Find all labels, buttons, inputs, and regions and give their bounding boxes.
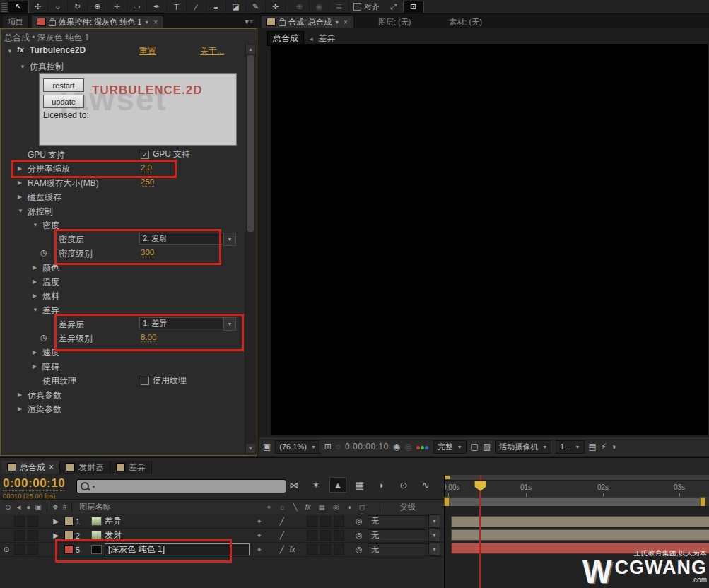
parent-pickwhip-icon[interactable]: ◎ — [356, 545, 363, 554]
layer-duration-bar[interactable] — [451, 529, 709, 541]
draft-3d-icon[interactable]: ✶ — [308, 478, 324, 492]
expand-arrow-icon[interactable]: ▶ — [18, 406, 22, 412]
expand-arrow-icon[interactable]: ▶ — [18, 392, 22, 398]
snap-toggle[interactable]: 对齐 — [353, 1, 380, 12]
selection-tool[interactable]: ↖ — [8, 1, 28, 13]
about-button[interactable]: 关于... — [200, 45, 224, 57]
expand-arrow-icon[interactable]: ▶ — [33, 278, 37, 285]
rotation-tool[interactable]: ↻ — [68, 1, 88, 13]
layer-switch-boxes[interactable] — [305, 516, 346, 527]
region-of-interest-icon[interactable]: ▢ — [471, 442, 479, 452]
tab-close-icon[interactable]: × — [153, 18, 158, 26]
channels-icon[interactable] — [416, 442, 429, 451]
layer-lock-cell[interactable] — [28, 516, 38, 527]
transparency-grid-icon[interactable]: ▨ — [483, 442, 491, 452]
property-checkbox-group[interactable]: 使用纹理 — [141, 375, 187, 387]
expand-arrow-icon[interactable]: ▼ — [33, 222, 38, 228]
timeline-timecode[interactable]: 0:00:00:10 — [3, 476, 65, 491]
frame-blend-icon[interactable]: ▦ — [352, 478, 368, 492]
brush-tool[interactable]: ∕ — [187, 1, 206, 13]
fx-switch-icon[interactable]: fx — [290, 546, 295, 553]
pen-tool[interactable]: ✒ — [147, 1, 167, 13]
expand-arrow-icon[interactable]: ▶ — [18, 194, 22, 200]
camera-select[interactable]: 活动摄像机▼ — [495, 440, 551, 454]
layer-switches[interactable]: ⌖╱ — [257, 531, 284, 540]
panel-menu-icon[interactable]: ▼≡ — [244, 18, 252, 25]
motion-blur-icon[interactable]: ◗ — [374, 478, 389, 492]
audio-icon[interactable]: ◄ — [15, 503, 22, 511]
clone-stamp-tool[interactable]: ≡ — [206, 1, 226, 13]
scrollbar-thumb[interactable] — [247, 55, 254, 232]
workspace-icon-2[interactable]: ◉ — [310, 1, 329, 13]
index-column-header[interactable]: # — [63, 503, 67, 511]
layer-eye-icon[interactable]: ⊙ — [0, 546, 13, 553]
label-column-icon[interactable]: ❖ — [52, 503, 59, 511]
effect-expand-arrow[interactable]: ▼ — [7, 48, 13, 54]
snap-options-icon[interactable]: ⤢ — [384, 1, 404, 13]
timeline-button-icon[interactable]: ▤ — [589, 442, 597, 452]
flowchart-button-icon[interactable]: ⚡ — [601, 442, 607, 452]
stopwatch-icon[interactable]: ◷ — [40, 248, 47, 257]
parent-pickwhip-icon[interactable]: ◎ — [356, 531, 363, 540]
switch-cell[interactable] — [320, 530, 331, 541]
layer-switches[interactable]: ⌖╱ — [257, 517, 284, 526]
show-snapshot-icon[interactable]: ◎ — [404, 442, 411, 452]
tab-layer[interactable]: 图层: (无) — [373, 16, 416, 28]
work-area-start-handle[interactable] — [444, 497, 450, 506]
current-time-indicator-line[interactable] — [479, 490, 481, 588]
motion-blur-switch-icon[interactable]: ◎ — [333, 503, 339, 511]
sim-expand-arrow[interactable]: ▼ — [20, 64, 25, 70]
work-area-bar[interactable] — [444, 497, 709, 506]
layer-switch-boxes[interactable] — [305, 544, 346, 555]
workspace-icon-1[interactable]: ⊕ — [290, 1, 310, 13]
expand-arrow-icon[interactable]: ▶ — [33, 363, 37, 370]
video-visibility-icon[interactable]: ⊙ — [5, 503, 11, 511]
camera-tool[interactable]: ⊕ — [88, 1, 107, 13]
layer-switch-boxes[interactable] — [305, 530, 346, 541]
pan-behind-tool[interactable]: ✛ — [107, 1, 127, 13]
roto-brush-tool[interactable]: ✎ — [246, 1, 266, 13]
puppet-pin-tool[interactable]: ✜ — [266, 1, 286, 13]
timeline-tab-发射器[interactable]: 发射器 — [60, 461, 110, 474]
expand-arrow-icon[interactable]: ▶ — [33, 349, 37, 355]
switch-cell[interactable] — [307, 530, 317, 541]
layer-expand-arrow[interactable]: ▶ — [49, 517, 62, 525]
update-button[interactable]: update — [43, 95, 84, 108]
expand-arrow-icon[interactable]: ▶ — [33, 293, 37, 299]
navigator-start-handle[interactable] — [445, 476, 450, 479]
hand-tool[interactable]: ✣ — [28, 1, 48, 13]
3d-switch-icon[interactable]: ◻ — [359, 503, 365, 511]
parent-select[interactable]: 无 — [368, 543, 434, 555]
tab-close-icon[interactable]: × — [49, 462, 54, 472]
checkbox-icon[interactable]: ✓ — [141, 151, 149, 159]
auto-keyframe-icon[interactable]: ⊙ — [396, 478, 411, 492]
always-preview-icon[interactable]: ▣ — [263, 442, 271, 452]
switch-cell[interactable] — [320, 544, 331, 555]
property-value[interactable]: 250 — [141, 177, 154, 187]
tab-dropdown-icon[interactable]: ▼ — [334, 20, 339, 25]
expand-arrow-icon[interactable]: ▼ — [18, 208, 23, 214]
current-time-display[interactable]: 0:00:00:10 00010 (25.00 fps) — [3, 476, 65, 500]
switch-cell[interactable] — [307, 544, 317, 555]
snap-target-icon[interactable]: ⊡ — [404, 1, 423, 13]
layer-label-color[interactable] — [64, 517, 74, 526]
composition-canvas[interactable] — [271, 44, 708, 435]
scroll-down-icon[interactable]: ▼ — [246, 444, 255, 453]
quality-switch-icon[interactable]: ╱ — [280, 517, 284, 525]
frame-blend-switch-icon[interactable]: ▦ — [318, 503, 324, 511]
layer-lock-cell[interactable] — [28, 530, 38, 541]
expand-arrow-icon[interactable]: ▼ — [33, 307, 38, 313]
exposure-icon[interactable]: ◑ — [611, 442, 616, 452]
property-checkbox-group[interactable]: ✓GPU 支持 — [141, 148, 190, 160]
fx-switch-icon[interactable]: fx — [305, 503, 311, 511]
graph-editor-icon[interactable]: ∿ — [418, 478, 433, 492]
eraser-tool[interactable]: ◪ — [226, 1, 246, 13]
collapse-switch-icon[interactable]: ⌖ — [257, 531, 262, 540]
layer-expand-arrow[interactable]: ▶ — [49, 531, 62, 539]
collapse-switch-icon[interactable]: ⌖ — [257, 546, 262, 554]
tab-footage[interactable]: 素材: (无) — [444, 16, 486, 28]
lock-column-icon[interactable]: ▣ — [35, 503, 41, 511]
mask-visibility-icon[interactable]: ◌ — [336, 442, 341, 452]
zoom-tool[interactable]: ○ — [48, 1, 68, 13]
switch-cell[interactable] — [334, 544, 344, 555]
